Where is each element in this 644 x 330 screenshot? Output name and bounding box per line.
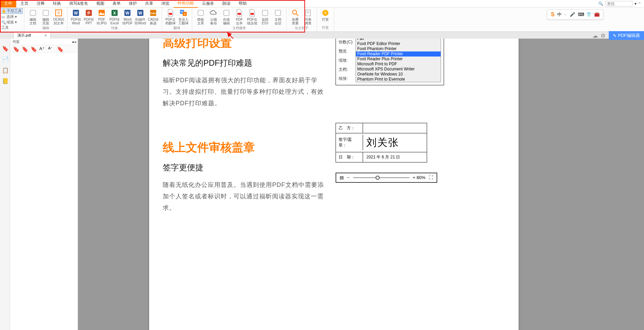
ime-logo-icon: S [551, 12, 555, 18]
ribbon-button[interactable]: 编辑 文档 [26, 8, 39, 26]
ribbon-button[interactable]: 免费 查重 [289, 8, 302, 26]
ribbon-button[interactable]: 远程 打印 [259, 8, 271, 26]
label: 文档: [339, 67, 354, 72]
menu-tab[interactable]: 保护 [125, 0, 141, 7]
ribbon-icon [248, 9, 256, 17]
label: 乙 方： [336, 123, 363, 133]
ribbon-button[interactable]: 模板 文库 [194, 8, 207, 26]
zoom-value: + 80% [413, 175, 425, 180]
ribbon-button[interactable]: 编辑 页面 [39, 8, 52, 26]
menu-tab[interactable]: 视图 [92, 0, 108, 7]
ribbon-button[interactable]: WWord 转PDF [121, 8, 134, 26]
heading-2: 解决常见的PDF打印难题 [163, 58, 325, 68]
note-icon[interactable]: 📒 [2, 78, 8, 84]
skin-icon[interactable]: 👕 [586, 12, 591, 17]
menu-tab[interactable]: 云服务 [198, 0, 218, 7]
ribbon-button[interactable]: 文档 会议 [271, 8, 284, 26]
ribbon-label: 云端 备份 [210, 18, 217, 25]
menu-tab[interactable]: 共享 [141, 0, 157, 7]
chevron-down-icon[interactable]: ▾ [635, 1, 637, 6]
clipboard-icon[interactable]: 📋 [2, 67, 8, 73]
ribbon-button[interactable]: PDF文 档翻译 [164, 8, 177, 26]
paragraph: 福昕PDF阅读器拥有强大的打印功能，界面友好易于学习。支持虚拟打印、批量打印等多… [163, 74, 325, 109]
expand-icon[interactable]: 🔖 [13, 46, 18, 51]
ribbon-icon [42, 9, 50, 17]
ribbon-label: PDF 合并 [236, 18, 243, 25]
ribbon-label: PDF转 Excel [109, 18, 120, 25]
ribbon-collapse-icon[interactable]: ^ [639, 1, 641, 6]
label: 缩放: [339, 58, 354, 63]
bookmark-tab-icon[interactable]: 🔖 [2, 45, 8, 51]
svg-rect-0 [30, 10, 36, 16]
menu-bar: 文件 主页 注释 转换 填写&签名 视图 表单 保护 共享 浏览 特色功能 云服… [0, 0, 644, 7]
bookmark-del-icon[interactable]: 🔖 [31, 46, 36, 51]
toolbox-icon[interactable]: 🧰 [594, 12, 600, 17]
ribbon-label: CAD转 换器 [148, 18, 158, 25]
ribbon-button[interactable]: 字OCR识 别文本 [52, 8, 65, 26]
menu-tab[interactable]: 填写&签名 [65, 0, 92, 7]
ribbon-group: 免费 查重问卷 调查论文助手 [287, 7, 317, 31]
settings-icon[interactable]: ⚙ [601, 32, 607, 39]
ribbon-button[interactable]: PDF在 线压缩 [246, 8, 259, 26]
panel-collapse-icon[interactable]: ▸▸ ◂ [72, 40, 76, 44]
keyboard-icon[interactable]: ⌨ [578, 12, 583, 17]
page-icon[interactable]: 📄 [2, 56, 8, 62]
zoom-out-icon[interactable]: − [347, 175, 350, 180]
menu-tab[interactable]: 朗读 [218, 0, 235, 7]
left-icon-bar: 🔖 📄 📋 📒 [0, 39, 10, 330]
search-icon[interactable]: 🔍 [598, 1, 603, 6]
menu-tab-active[interactable]: 特色功能 [174, 0, 198, 8]
ribbon-button[interactable]: PDF 合并 [233, 8, 246, 26]
ribbon-button[interactable]: CADCAD转 换器 [147, 8, 160, 26]
mic-icon[interactable]: 🎤 [570, 12, 575, 17]
svg-text:¥: ¥ [324, 11, 327, 15]
ribbon-button[interactable]: ¥打赏 [319, 8, 332, 22]
menu-tab[interactable]: 浏览 [157, 0, 174, 7]
ribbon-button[interactable]: 中A专业人 工翻译 [177, 8, 190, 26]
select-tool[interactable]: ▭选择 ▾ [1, 14, 23, 19]
svg-rect-1 [43, 10, 48, 16]
ime-bar[interactable]: S 中 •, 🎤 ⌨ 👕 🧰 [547, 9, 603, 20]
svg-text:A: A [184, 13, 186, 16]
ribbon-button[interactable]: WPDF转 Word [69, 8, 82, 26]
ribbon-button[interactable]: 问卷 调查 [302, 8, 315, 26]
close-icon[interactable]: × [44, 33, 47, 38]
font-smaller-icon[interactable]: A⁻ [48, 46, 54, 51]
search-input[interactable] [605, 1, 632, 6]
ribbon-icon: ¥ [321, 9, 329, 17]
printer-option: Foxit Reader PDF Printer [356, 51, 441, 57]
svg-text:字: 字 [57, 11, 60, 15]
menu-tab[interactable]: 主页 [16, 0, 33, 7]
font-bigger-icon[interactable]: A⁺ [39, 46, 45, 51]
ribbon-button[interactable]: 在线 编辑 [220, 8, 233, 26]
ribbon-label: 文档 会议 [275, 18, 281, 25]
zoom-tool[interactable]: 🔍缩放 ▾ [1, 20, 23, 25]
label: 日 期： [336, 152, 363, 162]
view-mode-icon[interactable]: ▤ [340, 175, 344, 180]
ribbon-button[interactable]: 云端 备份 [207, 8, 220, 26]
bookmark-find-icon[interactable]: 🔖 [57, 46, 62, 51]
ribbon-icon [29, 9, 37, 17]
document-tab[interactable]: 演示.pdf × [14, 32, 51, 39]
hand-tool[interactable]: ✋手型工具 [1, 8, 23, 14]
ribbon-button[interactable]: W扫描件 转Word [134, 8, 147, 26]
ribbon-icon: 中A [179, 9, 187, 17]
pdf-editor-button[interactable]: ✎ PDF编辑器 [609, 31, 644, 40]
cloud-icon[interactable]: ☁ [592, 32, 599, 39]
menu-tab[interactable]: 帮助 [235, 0, 251, 7]
ribbon-button[interactable]: XPDF转 Excel [108, 8, 121, 26]
menu-file[interactable]: 文件 [0, 0, 16, 7]
ime-lang[interactable]: 中 [557, 12, 562, 18]
menu-tab[interactable]: 转换 [49, 0, 65, 7]
ribbon-group: ¥打赏打赏 [317, 7, 334, 31]
bookmark-add-icon[interactable]: 🔖 [22, 46, 27, 51]
svg-rect-27 [275, 10, 281, 16]
ribbon-button[interactable]: PPDF转 PPT [82, 8, 95, 26]
expand-icon[interactable]: ⛶ [429, 175, 433, 180]
menu-tab[interactable]: 注释 [33, 0, 49, 7]
menu-tab[interactable]: 表单 [108, 0, 125, 7]
viewport[interactable]: 高级打印设置 解决常见的PDF打印难题 福昕PDF阅读器拥有强大的打印功能，界面… [78, 39, 644, 330]
ribbon-button[interactable]: PDF 转JPG [95, 8, 108, 26]
ribbon-group: 模板 文库云端 备份在线 编辑PDF 合并PDF在 线压缩远程 打印文档 会议文… [192, 7, 287, 31]
zoom-slider[interactable] [353, 177, 409, 178]
